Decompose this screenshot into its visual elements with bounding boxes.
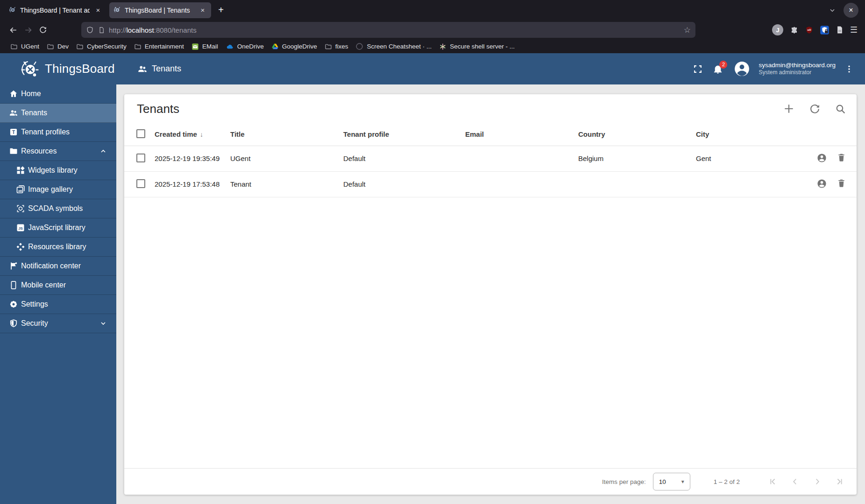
sidebar-item-tenants[interactable]: Tenants xyxy=(0,104,116,123)
sidebar-item-widgets-library[interactable]: Widgets library xyxy=(0,161,116,180)
column-header-tenant-profile[interactable]: Tenant profile xyxy=(343,123,465,146)
sidebar-item-javascript-library[interactable]: JS JavaScript library xyxy=(0,218,116,238)
github-circle-icon xyxy=(355,42,363,50)
bookmark-folder[interactable]: Dev xyxy=(43,41,72,52)
bookmark-folder[interactable]: CyberSecurity xyxy=(72,41,130,52)
row-checkbox[interactable] xyxy=(136,154,145,162)
app-name: ThingsBoard xyxy=(45,62,115,76)
previous-page-button[interactable] xyxy=(784,472,806,491)
search-icon[interactable] xyxy=(835,103,846,115)
manage-tenant-admins-icon[interactable] xyxy=(816,178,827,189)
thingsboard-favicon xyxy=(9,7,16,14)
sidebar-nav: Home Tenants T Tenant profiles Resources… xyxy=(0,84,116,504)
user-avatar[interactable] xyxy=(733,60,751,77)
sidebar-item-settings[interactable]: Settings xyxy=(0,295,116,314)
paginator: Items per page: 10 ▾ 1 – 2 of 2 xyxy=(124,468,857,495)
user-email: sysadmin@thingsboard.org xyxy=(759,62,836,70)
sidebar-item-image-gallery[interactable]: Image gallery xyxy=(0,180,116,199)
app-header: ThingsBoard Tenants 2 sysadmin@thingsboa… xyxy=(0,53,865,84)
bookmark-folder[interactable]: fixes xyxy=(321,41,352,52)
folder-icon xyxy=(325,43,332,50)
bookmark-star-icon[interactable]: ☆ xyxy=(684,25,691,35)
delete-tenant-icon[interactable] xyxy=(837,178,846,189)
reader-document-icon[interactable] xyxy=(836,26,844,34)
extensions-puzzle-icon[interactable] xyxy=(790,26,799,35)
table-row[interactable]: 2025-12-19 19:35:49 UGent Default Belgiu… xyxy=(124,146,857,171)
bookmark-folder[interactable]: Entertainment xyxy=(130,41,188,52)
sidebar-item-resources[interactable]: Resources xyxy=(0,142,116,161)
column-header-email[interactable]: Email xyxy=(465,123,578,146)
bookmark-screen-cheatsheet[interactable]: Screen Cheatsheet · ... xyxy=(352,41,435,52)
last-page-button[interactable] xyxy=(829,472,851,491)
thingsboard-logo[interactable]: ThingsBoard xyxy=(0,60,121,78)
bookmark-secure-shell[interactable]: Secure shell server - ... xyxy=(435,41,518,52)
user-info[interactable]: sysadmin@thingsboard.org System administ… xyxy=(759,62,836,77)
sidebar-item-resources-library[interactable]: Resources library xyxy=(0,238,116,257)
delete-tenant-icon[interactable] xyxy=(837,153,846,163)
url-text: http://localhost:8080/tenants xyxy=(109,26,684,34)
cell-email xyxy=(465,146,578,171)
bitwarden-icon[interactable] xyxy=(820,25,830,35)
tab-close-icon[interactable]: × xyxy=(198,6,207,15)
bookmark-folder[interactable]: UGent xyxy=(7,41,43,52)
back-button[interactable] xyxy=(6,22,21,37)
svg-text:JS: JS xyxy=(18,226,23,231)
bookmarks-bar: UGent Dev CyberSecurity Entertainment EM… xyxy=(0,40,865,53)
row-checkbox[interactable] xyxy=(136,179,145,188)
next-page-button[interactable] xyxy=(806,472,829,491)
sidebar-item-home[interactable]: Home xyxy=(0,84,116,104)
window-close-button[interactable]: × xyxy=(844,3,858,18)
hamburger-menu-icon[interactable]: ☰ xyxy=(850,25,858,35)
column-header-country[interactable]: Country xyxy=(578,123,696,146)
sidebar-item-scada-symbols[interactable]: SCADA symbols xyxy=(0,199,116,218)
main-content: Tenants Created time↓ Title Tenant profi… xyxy=(116,84,865,504)
bookmark-onedrive[interactable]: OneDrive xyxy=(222,41,268,52)
sidebar-item-tenant-profiles[interactable]: T Tenant profiles xyxy=(0,123,116,142)
notifications-bell-button[interactable]: 2 xyxy=(711,63,724,76)
widgets-icon xyxy=(16,166,25,175)
column-header-created-time[interactable]: Created time↓ xyxy=(155,123,230,146)
cell-city: Gent xyxy=(696,146,806,171)
tab-tenants-active[interactable]: ThingsBoard | Tenants × xyxy=(109,2,211,18)
first-page-button[interactable] xyxy=(761,472,784,491)
sidebar-item-mobile-center[interactable]: Mobile center xyxy=(0,276,116,295)
page-size-select[interactable]: 10 ▾ xyxy=(653,473,690,490)
table-row[interactable]: 2025-12-19 17:53:48 Tenant Default xyxy=(124,171,857,197)
empty-table-area xyxy=(124,197,857,469)
svg-text:T: T xyxy=(12,130,15,135)
forward-button[interactable] xyxy=(21,22,35,37)
new-tab-button[interactable]: + xyxy=(214,3,228,17)
page-size-value: 10 xyxy=(659,478,681,485)
ublock-origin-icon[interactable]: uO xyxy=(805,26,814,35)
chevron-down-icon xyxy=(99,320,107,327)
refresh-button[interactable] xyxy=(809,103,821,115)
url-bar[interactable]: http://localhost:8080/tenants ☆ xyxy=(81,22,695,38)
column-header-city[interactable]: City xyxy=(696,123,806,146)
fullscreen-button[interactable] xyxy=(691,63,704,76)
sidebar-item-security[interactable]: Security xyxy=(0,314,116,333)
folder-icon xyxy=(76,43,84,50)
sidebar-item-notification-center[interactable]: Notification center xyxy=(0,257,116,276)
column-header-title[interactable]: Title xyxy=(230,123,343,146)
browser-tab-bar: ThingsBoard | Tenant ad × ThingsBoard | … xyxy=(0,0,865,20)
user-role: System administrator xyxy=(759,69,836,76)
tab-tenant-admin[interactable]: ThingsBoard | Tenant ad × xyxy=(5,2,106,18)
tab-close-icon[interactable]: × xyxy=(93,6,103,15)
tenants-card: Tenants Created time↓ Title Tenant profi… xyxy=(124,94,857,495)
manage-tenant-admins-icon[interactable] xyxy=(816,153,827,163)
page-info-icon[interactable] xyxy=(98,27,105,34)
shield-icon xyxy=(9,319,18,328)
list-all-tabs-chevron-icon[interactable] xyxy=(829,7,836,14)
kebab-menu-icon[interactable] xyxy=(843,63,856,76)
folder-icon xyxy=(9,147,18,156)
folder-icon xyxy=(134,43,142,50)
select-all-checkbox[interactable] xyxy=(136,129,145,138)
profile-avatar-j[interactable]: J xyxy=(772,24,784,36)
bookmark-googledrive[interactable]: GoogleDrive xyxy=(268,41,321,52)
google-drive-icon xyxy=(271,43,279,50)
reload-button[interactable] xyxy=(35,22,50,37)
email-icon xyxy=(191,43,199,50)
add-tenant-button[interactable] xyxy=(783,103,795,115)
tracking-protection-shield-icon[interactable] xyxy=(86,26,94,34)
bookmark-email[interactable]: EMail xyxy=(188,41,222,52)
